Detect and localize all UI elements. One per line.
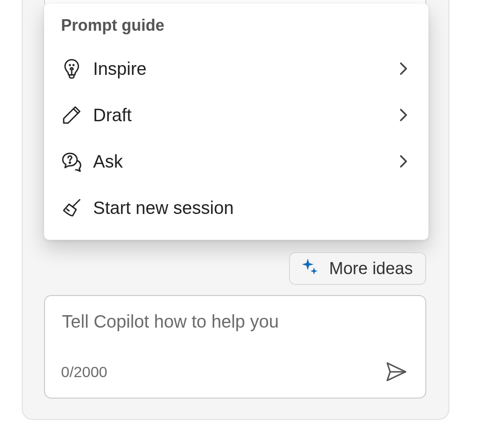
menu-item-draft[interactable]: Draft [44, 92, 428, 138]
content-strip-background [44, 0, 426, 4]
menu-item-ask[interactable]: Ask [44, 138, 428, 185]
menu-item-label: Start new session [86, 198, 412, 218]
menu-item-label: Inspire [86, 59, 395, 79]
menu-item-start-new-session[interactable]: Start new session [44, 185, 428, 231]
svg-point-4 [69, 162, 70, 163]
more-ideas-label: More ideas [329, 259, 413, 278]
chevron-right-icon [395, 61, 412, 77]
prompt-guide-popup: Prompt guide Inspire [44, 4, 428, 240]
broom-icon [61, 195, 86, 220]
menu-item-label: Ask [86, 152, 395, 172]
more-ideas-button[interactable]: More ideas [289, 252, 426, 285]
lightbulb-icon [61, 56, 86, 81]
svg-point-1 [69, 65, 70, 66]
svg-line-5 [73, 200, 80, 207]
menu-item-label: Draft [86, 105, 395, 125]
chevron-right-icon [395, 153, 412, 169]
char-counter: 0/2000 [61, 363, 107, 381]
chevron-right-icon [395, 107, 412, 123]
copilot-input-box[interactable]: 0/2000 [44, 295, 426, 399]
copilot-panel: Prompt guide Inspire [22, 0, 449, 420]
svg-point-2 [73, 65, 74, 66]
sparkle-icon [301, 258, 318, 279]
menu-item-inspire[interactable]: Inspire [44, 45, 428, 92]
chat-question-icon [61, 149, 86, 174]
send-button[interactable] [383, 358, 409, 385]
more-ideas-row: More ideas [289, 252, 426, 285]
pencil-icon [61, 103, 86, 127]
input-bottom-row: 0/2000 [61, 358, 409, 385]
svg-line-6 [67, 209, 69, 211]
copilot-input-field[interactable] [61, 311, 409, 332]
popup-title: Prompt guide [44, 16, 428, 45]
send-icon [384, 360, 408, 383]
